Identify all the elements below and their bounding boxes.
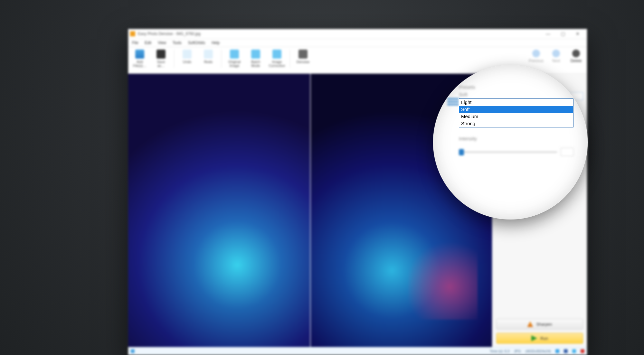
mag-intensity-thumb[interactable] <box>459 149 464 155</box>
redo-icon <box>204 50 213 59</box>
comparison-divider[interactable] <box>310 74 311 347</box>
run-label: Run <box>540 336 548 341</box>
original-image-label: Original Image <box>228 60 241 68</box>
menu-view[interactable]: View <box>155 40 169 46</box>
status-time: Time (s): 0.3 <box>490 349 509 353</box>
menu-tools[interactable]: Tools <box>170 40 184 46</box>
status-format: JPG <box>514 349 521 353</box>
menu-help[interactable]: Help <box>209 40 222 46</box>
next-icon <box>552 50 560 57</box>
image-correction-label: Image Correction <box>269 60 285 68</box>
status-bar: Time (s): 0.3 JPG (4032x3024x24) <box>128 347 587 355</box>
denoise-button[interactable]: Denoise <box>293 48 313 65</box>
mag-intensity-slider[interactable] <box>459 151 557 153</box>
original-image-icon <box>230 50 239 59</box>
mag-preset-selected: Soft <box>459 92 573 97</box>
preset-option-light[interactable]: Light <box>459 99 573 106</box>
add-files-icon <box>135 50 144 59</box>
status-icon <box>131 349 135 353</box>
magnifier-lens: Presets Soft Light Soft Medium Strong In… <box>433 65 588 220</box>
app-icon <box>130 31 135 36</box>
window-title: Easy Photo Denoise - IMG_8760.jpg <box>138 32 201 36</box>
image-correction-icon <box>272 50 281 59</box>
preset-option-medium[interactable]: Medium <box>459 113 573 120</box>
undo-button[interactable]: Undo <box>177 48 197 65</box>
social-icon[interactable] <box>572 349 576 353</box>
menu-softorbits[interactable]: SoftOrbits <box>185 40 208 46</box>
mag-intensity-row <box>459 148 573 156</box>
mag-intensity-value[interactable] <box>561 148 573 156</box>
preview-before <box>128 74 310 347</box>
menubar: File Edit View Tools SoftOrbits Help <box>128 39 587 47</box>
sharpen-label: Sharpen <box>536 322 552 327</box>
sharpen-icon <box>527 321 533 327</box>
run-button[interactable]: Run <box>496 333 583 344</box>
previous-button[interactable]: Previous <box>527 48 545 64</box>
image-preview-canvas[interactable] <box>128 74 492 347</box>
menu-edit[interactable]: Edit <box>142 40 154 46</box>
toolbar-separator <box>174 50 174 68</box>
sharpen-button[interactable]: Sharpen <box>496 319 583 330</box>
batch-mode-icon <box>251 50 260 59</box>
image-correction-button[interactable]: Image Correction <box>267 48 287 69</box>
undo-icon <box>183 50 192 59</box>
window-maximize-button[interactable]: ▢ <box>555 29 570 38</box>
window-minimize-button[interactable]: — <box>541 29 555 38</box>
previous-label: Previous <box>529 59 544 63</box>
next-label: Next <box>552 59 560 63</box>
batch-mode-button[interactable]: Batch Mode <box>246 48 265 69</box>
next-button[interactable]: Next <box>547 48 565 64</box>
redo-label: Redo <box>204 60 213 64</box>
preset-option-strong[interactable]: Strong <box>459 120 573 127</box>
original-image-button[interactable]: Original Image <box>225 48 244 69</box>
preset-option-soft[interactable]: Soft <box>459 106 573 113</box>
redo-button[interactable]: Redo <box>199 48 218 65</box>
previous-icon <box>532 50 540 57</box>
toolbar-separator <box>290 50 290 68</box>
undo-label: Undo <box>183 60 191 64</box>
preset-dropdown-open[interactable]: Light Soft Medium Strong <box>459 98 573 127</box>
mag-intensity-label: Intensity <box>459 136 573 141</box>
menu-file[interactable]: File <box>129 40 141 46</box>
save-label: Save as… <box>157 60 165 68</box>
window-close-button[interactable]: ✕ <box>570 29 585 38</box>
run-icon <box>531 335 537 341</box>
denoise-icon <box>298 50 308 59</box>
mag-presets-label: Presets <box>459 84 573 90</box>
save-as-button[interactable]: Save as… <box>151 48 171 69</box>
denoise-label: Denoise <box>297 60 309 64</box>
titlebar: Easy Photo Denoise - IMG_8760.jpg — ▢ ✕ <box>128 29 587 39</box>
social-icon[interactable] <box>564 349 568 353</box>
add-files-label: Add File(s)… <box>133 60 147 68</box>
toolbar-separator <box>221 50 222 68</box>
add-files-button[interactable]: Add File(s)… <box>130 48 149 69</box>
status-dimensions: (4032x3024x24) <box>525 349 551 353</box>
delete-label: Delete <box>571 59 582 63</box>
trash-icon <box>572 50 580 57</box>
batch-mode-label: Batch Mode <box>251 60 260 68</box>
social-icon[interactable] <box>581 349 584 353</box>
social-icon[interactable] <box>555 349 559 353</box>
save-icon <box>156 50 166 59</box>
delete-button[interactable]: Delete <box>567 48 585 64</box>
